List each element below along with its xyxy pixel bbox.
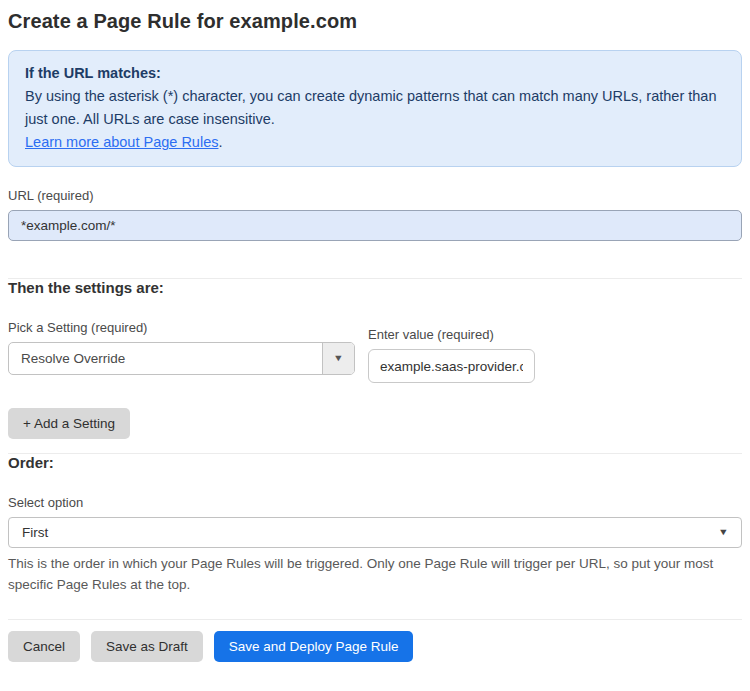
order-select-value: First	[22, 525, 48, 540]
url-label: URL (required)	[8, 188, 742, 203]
cancel-button[interactable]: Cancel	[8, 631, 80, 662]
settings-row: Pick a Setting (required) Resolve Overri…	[8, 320, 742, 383]
order-select-label: Select option	[8, 495, 742, 510]
add-setting-button[interactable]: + Add a Setting	[8, 408, 130, 439]
save-draft-button[interactable]: Save as Draft	[91, 631, 203, 662]
setting-select-value: Resolve Override	[9, 343, 322, 374]
footer-divider	[8, 619, 742, 620]
link-suffix-text: .	[218, 134, 222, 150]
setting-select-column: Pick a Setting (required) Resolve Overri…	[8, 320, 355, 375]
info-box-body: By using the asterisk (*) character, you…	[25, 85, 725, 131]
chevron-down-icon: ▼	[718, 528, 729, 537]
order-select[interactable]: First ▼	[8, 517, 742, 548]
setting-value-label: Enter value (required)	[368, 327, 535, 342]
save-deploy-button[interactable]: Save and Deploy Page Rule	[214, 631, 414, 662]
order-heading: Order:	[8, 454, 742, 471]
settings-heading: Then the settings are:	[8, 279, 742, 296]
create-page-rule-panel: Create a Page Rule for example.com If th…	[0, 0, 750, 662]
footer-actions: Cancel Save as Draft Save and Deploy Pag…	[8, 631, 742, 662]
setting-value-column: Enter value (required)	[368, 327, 535, 383]
setting-select-arrow-button[interactable]: ▼	[322, 343, 354, 374]
order-help-text: This is the order in which your Page Rul…	[8, 553, 742, 595]
info-box-heading: If the URL matches:	[25, 62, 725, 85]
setting-select-label: Pick a Setting (required)	[8, 320, 355, 335]
learn-more-link[interactable]: Learn more about Page Rules	[25, 134, 218, 150]
setting-value-input[interactable]	[368, 349, 535, 383]
setting-select[interactable]: Resolve Override ▼	[8, 342, 355, 375]
url-input[interactable]	[8, 210, 742, 241]
info-box-link-line: Learn more about Page Rules.	[25, 131, 725, 154]
chevron-down-icon: ▼	[333, 354, 344, 363]
page-title: Create a Page Rule for example.com	[8, 10, 742, 33]
url-match-info-box: If the URL matches: By using the asteris…	[8, 50, 742, 167]
